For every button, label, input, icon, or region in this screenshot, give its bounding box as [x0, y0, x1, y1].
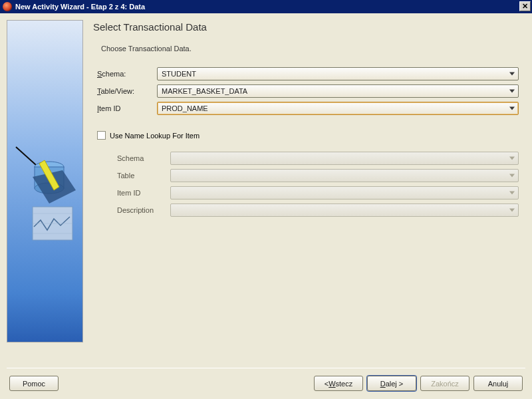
cancel-button[interactable]: Anuluj	[473, 376, 523, 391]
next-button[interactable]: Dalej >	[367, 376, 416, 391]
app-icon	[3, 2, 12, 11]
lookup-description-label: Description	[117, 206, 170, 214]
lookup-section: Schema Table Item ID	[113, 152, 519, 217]
schema-value: STUDENT	[162, 70, 196, 78]
lookup-schema-label: Schema	[117, 154, 170, 162]
lookup-itemid-label: Item ID	[117, 189, 170, 197]
lookup-itemid-row: Item ID	[117, 186, 519, 200]
schema-dropdown[interactable]: STUDENT	[157, 67, 519, 80]
chevron-down-icon	[509, 72, 515, 76]
finish-button: Zakończ	[420, 376, 469, 391]
itemid-row: Item ID PROD_NAME	[97, 102, 519, 115]
chevron-down-icon	[509, 209, 515, 212]
schema-row: Schema: STUDENT	[97, 67, 519, 80]
lookup-schema-row: Schema	[117, 152, 519, 165]
tableview-value: MARKET_BASKET_DATA	[162, 87, 247, 95]
chevron-down-icon	[509, 174, 515, 178]
close-button[interactable]: ✕	[519, 1, 531, 11]
content-area: Select Transactional Data Choose Transac…	[0, 13, 532, 372]
help-button[interactable]: Pomoc	[9, 376, 59, 391]
window-title: New Activity Wizard - Etap 2 z 4: Data	[15, 3, 145, 11]
lookup-table-row: Table	[117, 169, 519, 182]
schema-label: Schema:	[97, 70, 157, 78]
itemid-dropdown[interactable]: PROD_NAME	[157, 102, 519, 115]
titlebar: New Activity Wizard - Etap 2 z 4: Data ✕	[0, 0, 532, 13]
lookup-schema-dropdown	[170, 152, 519, 165]
chevron-down-icon	[509, 157, 515, 160]
wizard-graphic-icon	[13, 140, 79, 247]
itemid-label: Item ID	[97, 104, 157, 112]
lookup-itemid-dropdown	[170, 186, 519, 200]
tableview-row: Table/View: MARKET_BASKET_DATA	[97, 84, 519, 98]
button-bar-separator	[7, 368, 525, 368]
use-name-lookup-checkbox[interactable]	[97, 131, 106, 140]
chevron-down-icon	[509, 192, 515, 195]
chevron-down-icon	[509, 107, 515, 110]
use-name-lookup-row: Use Name Lookup For Item	[97, 131, 519, 140]
itemid-value: PROD_NAME	[162, 104, 208, 112]
lookup-description-dropdown	[170, 203, 519, 217]
page-heading: Select Transactional Data	[93, 21, 519, 33]
main-panel: Select Transactional Data Choose Transac…	[93, 20, 525, 366]
chevron-down-icon	[509, 90, 515, 93]
tableview-dropdown[interactable]: MARKET_BASKET_DATA	[157, 84, 519, 98]
tableview-label: Table/View:	[97, 87, 157, 95]
lookup-description-row: Description	[117, 203, 519, 217]
close-icon: ✕	[522, 2, 528, 11]
back-button[interactable]: < Wstecz	[314, 376, 363, 391]
page-subheading: Choose Transactional Data.	[101, 45, 519, 53]
use-name-lookup-label: Use Name Lookup For Item	[110, 132, 200, 140]
button-bar: Pomoc < Wstecz Dalej > Zakończ Anuluj	[0, 376, 532, 391]
wizard-side-graphic	[7, 20, 83, 342]
lookup-table-dropdown	[170, 169, 519, 182]
lookup-table-label: Table	[117, 172, 170, 180]
